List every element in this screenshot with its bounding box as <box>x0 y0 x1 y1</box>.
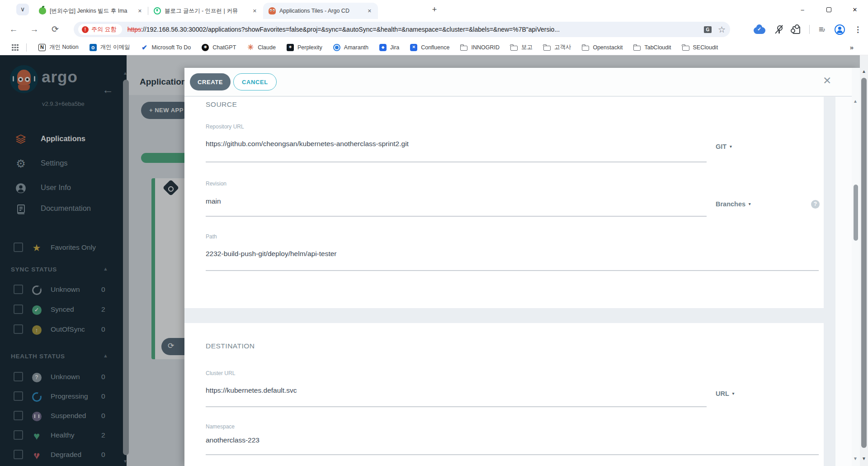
browser-toolbar: ← → ⟳ ! 주의 요함 https://192.168.56.30:3000… <box>0 19 868 40</box>
bookmark-item-confluence[interactable]: Confluence <box>405 42 455 53</box>
cluster-url-value[interactable]: https://kubernetes.default.svc <box>206 386 297 395</box>
bookmark-icon <box>333 44 340 51</box>
screen: ∨ [번외수업] Jenkins 빌드 후 Ima ✕ 블로그 글쓰기 - 인프… <box>0 0 868 466</box>
back-button[interactable]: ← <box>6 22 21 37</box>
bookmarks-container: 개인 Notion 개인 이메일 Microsoft To Do ChatGPT… <box>33 42 723 53</box>
revision-value[interactable]: main <box>206 197 221 205</box>
tab-close-icon[interactable]: ✕ <box>366 7 373 15</box>
bookmark-item-jira[interactable]: Jira <box>374 42 405 53</box>
media-controls-icon[interactable] <box>819 25 826 34</box>
bookmark-item-amaranth[interactable]: Amaranth <box>328 42 374 53</box>
repo-type-dropdown[interactable]: GIT <box>716 143 733 150</box>
panel-right-strip <box>835 97 852 466</box>
url-text[interactable]: https://192.168.56.30:30002/applications… <box>127 26 700 33</box>
bookmark-item-microsoft-to-do[interactable]: Microsoft To Do <box>136 42 197 53</box>
create-button[interactable]: CREATE <box>190 73 231 90</box>
namespace-value[interactable]: anotherclass-223 <box>206 436 259 444</box>
bookmark-label: 개인 Notion <box>49 43 79 51</box>
browser-tab[interactable]: [번외수업] Jenkins 빌드 후 Ima ✕ <box>33 3 148 19</box>
bookmark-icon <box>379 44 387 51</box>
tab-favicon-icon <box>154 7 161 14</box>
bookmark-label: Jira <box>390 44 399 51</box>
bookmark-item-innogrid[interactable]: INNOGRID <box>455 42 505 52</box>
bookmark-label: 보고 <box>521 43 533 51</box>
bookmark-label: Claude <box>258 44 276 51</box>
window-scrollbar: ▲ ▼ <box>860 55 868 466</box>
bookmark-icon <box>90 44 97 51</box>
cluster-type-dropdown[interactable]: URL <box>716 390 735 397</box>
bookmark-item-고객사[interactable]: 고객사 <box>538 42 577 53</box>
bookmark-label: Microsoft To Do <box>152 44 191 51</box>
cluster-url-label: Cluster URL <box>206 370 235 376</box>
reload-button[interactable]: ⟳ <box>48 22 62 37</box>
browser-tab[interactable]: Applications Tiles - Argo CD ✕ <box>263 3 378 19</box>
revision-help-icon[interactable]: ? <box>811 200 820 209</box>
bookmark-icon <box>247 44 254 51</box>
maximize-icon <box>826 7 831 12</box>
revision-underline <box>206 216 707 217</box>
tab-favicon-icon <box>269 7 276 14</box>
revision-type-dropdown[interactable]: Branches <box>716 200 752 208</box>
repository-url-label: Repository URL <box>206 124 244 130</box>
bookmark-item-perplexity[interactable]: Perplexity <box>281 42 328 53</box>
security-warning-chip[interactable]: ! 주의 요함 <box>78 24 122 35</box>
panel-scroll-up-arrow[interactable]: ▲ <box>853 99 858 104</box>
apps-grid-icon[interactable] <box>12 44 18 51</box>
bookmarks-bar: 개인 Notion 개인 이메일 Microsoft To Do ChatGPT… <box>0 40 868 55</box>
window-close-button[interactable]: ✕ <box>842 0 868 19</box>
bookmark-star-icon[interactable]: ☆ <box>718 25 726 34</box>
translate-icon[interactable]: G <box>704 26 712 33</box>
pin-off-icon[interactable] <box>774 25 783 34</box>
tab-title: [번외수업] Jenkins 빌드 후 Ima <box>50 7 132 15</box>
window-scroll-down-arrow[interactable]: ▼ <box>862 456 866 461</box>
bookmark-icon <box>510 46 518 51</box>
forward-button[interactable]: → <box>27 22 42 37</box>
bookmark-icon <box>287 44 294 51</box>
bookmark-item-claude[interactable]: Claude <box>241 42 281 53</box>
bookmark-item-openstackit[interactable]: Openstackit <box>576 42 628 52</box>
bookmark-label: 개인 이메일 <box>100 43 130 51</box>
destination-section: DESTINATION Cluster URL https://kubernet… <box>184 323 824 466</box>
bookmark-item-보고[interactable]: 보고 <box>505 42 538 53</box>
bookmark-item-개인-이메일[interactable]: 개인 이메일 <box>84 42 136 53</box>
panel-scroll-down-arrow[interactable]: ▼ <box>853 456 858 461</box>
path-value[interactable]: 2232-build-push-git/deploy/helm/api-test… <box>206 250 337 258</box>
bookmark-label: Confluence <box>421 44 449 51</box>
extensions-icon[interactable] <box>793 26 800 34</box>
bookmark-icon <box>141 44 148 51</box>
cancel-button[interactable]: CANCEL <box>233 73 277 90</box>
bookmark-item-secloudit[interactable]: SECloudit <box>677 42 724 52</box>
bookmark-icon <box>582 46 589 51</box>
bookmark-label: Openstackit <box>593 44 623 51</box>
browser-tab-strip: ∨ [번외수업] Jenkins 빌드 후 Ima ✕ 블로그 글쓰기 - 인프… <box>0 0 868 19</box>
window-controls: – ✕ <box>789 0 868 19</box>
window-minimize-button[interactable]: – <box>789 0 816 19</box>
bookmark-item-chatgpt[interactable]: ChatGPT <box>196 42 241 53</box>
bookmark-item-tabcloudit[interactable]: TabCloudit <box>628 42 676 52</box>
tab-favicon-icon <box>39 7 46 14</box>
new-tab-button[interactable]: + <box>429 4 440 16</box>
bookmark-item-개인-notion[interactable]: 개인 Notion <box>33 42 84 53</box>
tabs-container: [번외수업] Jenkins 빌드 후 Ima ✕ 블로그 글쓰기 - 인프런 … <box>33 0 378 19</box>
panel-scrollbar-thumb[interactable] <box>854 185 858 241</box>
browser-menu-icon[interactable]: ⋮ <box>854 25 862 34</box>
close-icon[interactable]: ✕ <box>823 75 831 87</box>
bookmark-label: Amaranth <box>344 44 368 51</box>
tab-close-icon[interactable]: ✕ <box>136 7 144 15</box>
address-bar[interactable]: ! 주의 요함 https://192.168.56.30:30002/appl… <box>74 22 730 37</box>
window-maximize-button[interactable] <box>816 0 842 19</box>
repository-url-value[interactable]: https://github.com/cheongsan/kubernetes-… <box>206 140 409 148</box>
url-rest: ://192.168.56.30:30002/applications?show… <box>141 26 560 33</box>
profile-avatar-icon[interactable] <box>835 24 845 35</box>
browser-tab[interactable]: 블로그 글쓰기 - 인프런 | 커뮤 ✕ <box>148 3 263 19</box>
window-scroll-up-arrow[interactable]: ▲ <box>862 69 866 74</box>
security-warning-label: 주의 요함 <box>91 25 117 33</box>
sync-cloud-icon[interactable] <box>754 27 765 34</box>
cluster-url-underline <box>206 406 707 407</box>
slash-mark <box>775 25 783 33</box>
bookmark-icon <box>460 46 467 51</box>
tab-search-button[interactable]: ∨ <box>16 4 29 15</box>
bookmarks-overflow-chevron[interactable]: » <box>850 43 854 51</box>
tab-close-icon[interactable]: ✕ <box>251 7 259 15</box>
window-scrollbar-thumb[interactable] <box>861 78 867 448</box>
